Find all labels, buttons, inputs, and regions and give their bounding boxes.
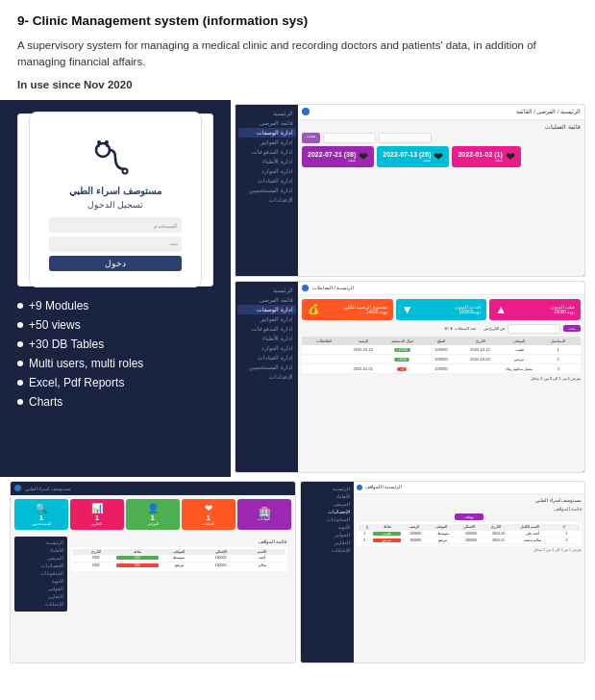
tx-main-content: الرئيسية / المعاملات ▲ جلب الديونبويه 10… <box>298 282 584 472</box>
bl-content: قائمة المواقف الاسم الإجمالي الموقف نقاط… <box>67 537 291 612</box>
transactions-table: التسلسل الموقف التاريخ المبلغ حوال المست… <box>302 337 581 374</box>
card-users[interactable]: 🔍 1 المستخدمين <box>14 499 68 530</box>
filter-button[interactable]: بحث <box>563 325 581 332</box>
section-title: قائمة العمليات <box>302 124 581 130</box>
col-status: الرصيد <box>344 338 384 343</box>
br-content-area: مستوصف اسراء الطبي قائمة المواقف موقف # … <box>354 494 585 662</box>
table-row: 2 سالم محمد 2022-11 100000 مرتفع 100000 … <box>359 538 581 544</box>
bullet-icon <box>17 322 23 328</box>
login-screenshot: مستوصف اسراء الطبي تسجيل الدخول المستخدم… <box>17 113 213 287</box>
sidebar-item: التقارير <box>16 593 65 601</box>
transactions-screenshot: الرئيسية قائمة المرضى ادارة الوصفات ادار… <box>235 281 585 473</box>
patients-label: المرضى <box>147 522 159 526</box>
bl-table-title: قائمة المواقف <box>71 538 287 544</box>
table-row: 3 معمل محلوم زهاء 100000 0+ 2022-01-01 <box>302 364 581 374</box>
patient-card-2[interactable]: ❤ (26) 2022-07-13 عملية <box>377 146 449 167</box>
stat-card-expense: ▼ احدث الديونبويه100000 <box>396 299 487 320</box>
login-form: مستوصف اسراء الطبي تسجيل الدخول المستخدم… <box>29 112 202 288</box>
sidebar-item: المرضى <box>16 555 65 562</box>
right-column: الرئيسية قائمة المرضى ادارة الوصفات ادار… <box>231 100 595 477</box>
card-icon: ❤ <box>506 150 515 163</box>
feature-item-2: +50 views <box>17 315 213 335</box>
sidebar-item: الأدوية <box>16 578 65 586</box>
search-button[interactable]: بحث <box>302 133 320 143</box>
bottom-section: مستوصف اسراء الطبي 🔍 1 المستخدمين 📊 1 ال… <box>0 477 595 671</box>
topbar-logo <box>302 285 309 291</box>
add-button[interactable]: موقف <box>455 513 483 520</box>
db-main-content: الرئيسية / المرضى / القائمة قائمة العملي… <box>298 105 584 276</box>
sidebar-item: الرئيسية <box>237 286 296 295</box>
section-header: مستوصف اسراء الطبي <box>357 497 583 503</box>
col-seq: التسلسل <box>538 338 578 343</box>
db-sidebar: الرئيسية قائمة المرضى ادارة الوصفات ادار… <box>236 105 298 276</box>
header-description: A supervisory system for managing a medi… <box>17 38 578 71</box>
svg-point-0 <box>96 143 110 157</box>
feature-item-1: +9 Modules <box>17 296 213 315</box>
table-row: 1 طبيب 2022-10-12 100000 10000+ 2022-10-… <box>302 345 581 355</box>
topbar-logo <box>14 485 21 491</box>
br-sidebar: الرئيسية الأطباء المرضى الإحصائيات المدف… <box>301 482 354 662</box>
filter-row: بحث <box>302 133 581 143</box>
sidebar-item: المرضى <box>303 501 352 509</box>
sidebar-item: ادارة الأطباء <box>238 157 296 166</box>
clinics-label: العيادات <box>258 517 270 521</box>
card-text: (1) 2022-01-02 عملية <box>458 151 502 162</box>
operations-count: 1 <box>206 513 210 522</box>
sidebar-item: الرئيسية <box>16 539 65 547</box>
bl-sidebar: الرئيسية الأطباء المرضى الإحصائيات المدف… <box>14 537 67 612</box>
sidebar-item: ادارة المستخدمين <box>237 362 296 372</box>
svg-point-2 <box>124 170 127 173</box>
card-patients[interactable]: 👤 1 المرضى <box>126 499 180 530</box>
users-icon: 🔍 <box>36 503 47 513</box>
login-subtitle: تسجيل الدخول <box>49 200 182 210</box>
mid-section: مستوصف اسراء الطبي تسجيل الدخول المستخدم… <box>0 100 595 477</box>
login-title: مستوصف اسراء الطبي <box>49 186 182 196</box>
patient-card-1[interactable]: ❤ (1) 2022-01-02 عملية <box>452 146 520 167</box>
col-notes: الملاحظات <box>305 338 344 343</box>
sidebar-item: الفواتير <box>303 532 352 539</box>
sidebar-item: ادارة الفواتير <box>238 138 296 147</box>
appointments-screenshot: الرئيسية الأطباء المرضى الإحصائيات المدف… <box>300 481 586 663</box>
date-input[interactable] <box>508 324 560 334</box>
clinics-icon: 🏥 <box>259 507 270 517</box>
feature-item-6: Charts <box>17 392 213 412</box>
tx-sidebar: الرئيسية قائمة المرضى ادارة الوصفات ادار… <box>236 282 298 472</box>
sidebar-item: الإعدادات <box>303 547 352 555</box>
colored-cards-row: 🔍 1 المستخدمين 📊 1 التقارير 👤 1 المرضى ❤… <box>11 495 295 534</box>
table-row: 2 مريض 2022-10-02 100000 9000+ <box>302 355 581 364</box>
col-date: التاريخ <box>460 338 500 343</box>
card-operations[interactable]: ❤ 1 العمليات <box>182 499 236 530</box>
login-password-input[interactable]: •••• <box>49 237 182 252</box>
card-reports[interactable]: 📊 1 التقارير <box>70 499 124 530</box>
sidebar-item: الإعدادات <box>238 195 296 205</box>
bullet-icon <box>17 361 23 366</box>
feature-item-3: +30 DB Tables <box>17 335 213 354</box>
col-type: الموقف <box>500 338 539 343</box>
table-row: أحمد 100000 متوسط 500 2022 <box>73 555 285 562</box>
br-main-content: الرئيسية / المواقف مستوصف اسراء الطبي قا… <box>354 482 585 662</box>
date-filter-from[interactable] <box>379 133 432 143</box>
sidebar-item: ادارة الفواتير <box>237 314 296 324</box>
patient-card-3[interactable]: ❤ (38) 2022-07-21 عملية <box>302 146 374 167</box>
header-section: 9- Clinic Management system (information… <box>0 0 595 100</box>
table-row: سالم 100000 مرتفع 300 2022 <box>73 562 285 569</box>
date-filter-to[interactable] <box>323 133 376 143</box>
pager-text: يعرض 1 من 1 الى 2 من 2 مدخل <box>357 548 583 552</box>
login-username-input[interactable]: المستخدم <box>49 217 182 233</box>
table-header: التسلسل الموقف التاريخ المبلغ حوال المست… <box>302 337 581 345</box>
stat-card-total: 💰 مجموع الرصيد الكليبويه 14000 <box>302 299 393 320</box>
login-button[interactable]: دخول <box>49 256 182 271</box>
header-date: In use since Nov 2020 <box>17 79 578 90</box>
card-clinics[interactable]: 🏥 العيادات <box>237 499 291 530</box>
sidebar-item: ادارة الموارد <box>238 166 296 176</box>
bl-topbar: مستوصف اسراء الطبي <box>11 482 295 495</box>
svg-point-5 <box>97 140 101 144</box>
topbar-text: مستوصف اسراء الطبي <box>25 486 71 491</box>
sidebar-item: ادارة المستخدمين <box>238 186 296 195</box>
sidebar-item: الأدوية <box>303 524 352 532</box>
sidebar-item: التقارير <box>303 539 352 547</box>
table-row: 1 أحمد علي 2022-10 100000 متوسط 100000 ط… <box>359 531 581 538</box>
sidebar-item: ادارة الموارد <box>237 343 296 353</box>
sidebar-item-active: الإحصائيات <box>303 509 352 516</box>
col-balance: حوال المستفيد <box>383 338 422 343</box>
